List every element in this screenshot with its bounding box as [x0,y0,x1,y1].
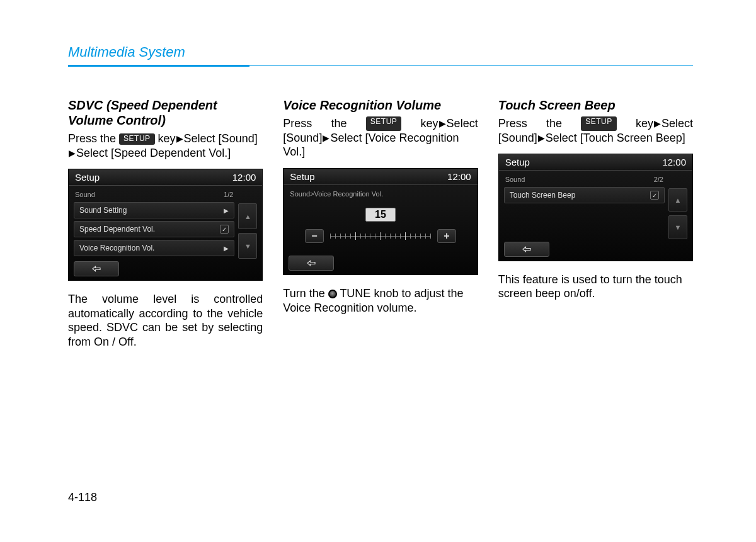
chevron-right-icon: ▶ [224,207,229,214]
col-touch-beep: Touch Screen Beep Press the SETUP key▶Se… [498,98,693,349]
description-sdvc: The volume level is controlled automatic… [68,292,263,349]
volume-value: 15 [365,208,396,222]
text: Press [283,116,312,131]
back-button[interactable] [289,256,334,271]
breadcrumb-text: Sound>Voice Recognition Vol. [290,190,383,198]
header-rule [68,65,693,66]
description-voice: Turn the TUNE knob to adjust the Voice R… [283,286,478,315]
device-title: Setup [290,171,314,182]
breadcrumb-text: Sound [75,191,95,198]
menu-row-voice-recognition[interactable]: Voice Recognition Vol. ▶ [74,240,234,256]
section-header: Multimedia System [68,44,693,60]
tune-knob-icon [328,290,337,298]
device-breadcrumb: Sound 2/2 [504,174,665,187]
back-icon [521,245,532,254]
heading-beep: Touch Screen Beep [498,98,693,113]
volume-slider[interactable] [330,232,431,240]
chevron-right-icon: ▶ [224,245,229,252]
page-number: 4-118 [68,491,97,504]
plus-button[interactable]: + [437,229,456,243]
setup-badge: SETUP [366,116,402,131]
device-breadcrumb: Sound>Voice Recognition Vol. [289,189,472,201]
triangle-icon: ▶ [538,133,545,144]
text: Select [662,117,693,130]
back-button[interactable] [504,242,549,257]
text: Select [447,117,478,130]
text: key [421,117,438,130]
back-icon [91,264,102,273]
checkbox-icon: ✓ [650,191,659,200]
text: Turn the [283,287,328,300]
back-icon [306,259,317,268]
row-label: Speed Dependent Vol. [79,225,155,234]
text: [Sound] [498,132,537,144]
device-breadcrumb: Sound 1/2 [74,189,234,202]
row-label: Voice Recognition Vol. [79,244,154,252]
description-beep: This feature is used to turn the touch s… [498,273,693,301]
triangle-icon: ▶ [323,133,329,144]
text: [Sound] [283,132,322,144]
text: the [331,116,347,131]
device-clock: 12:00 [232,172,256,183]
page-indicator: 1/2 [224,191,233,198]
setup-badge: SETUP [119,133,155,145]
scroll-down-button[interactable]: ▼ [238,233,257,259]
row-label: Sound Setting [79,206,127,215]
text: Press [498,116,527,131]
triangle-icon: ▶ [176,133,183,145]
device-screenshot-beep: Setup 12:00 Sound 2/2 Touch Screen Beep … [498,154,693,261]
menu-row-sound-setting[interactable]: Sound Setting ▶ [74,202,234,218]
columns: SDVC (Speed Dependent Volume Control) Pr… [68,98,693,349]
heading-voice: Voice Recognition Volume [283,98,478,113]
scroll-up-button[interactable]: ▲ [668,188,687,212]
scroll-up-button[interactable]: ▲ [238,203,257,229]
back-button[interactable] [74,261,119,276]
text: Select [Touch Screen Beep] [546,132,685,144]
device-titlebar: Setup 12:00 [284,169,477,185]
breadcrumb-text: Sound [505,176,525,183]
text: the [546,116,562,131]
device-clock: 12:00 [447,171,471,182]
scroll-down-button[interactable]: ▼ [668,215,687,239]
instruction-sdvc: Press the SETUP key▶Select [Sound] ▶Sele… [68,132,263,160]
instruction-voice: Press the SETUP key▶Select [Sound]▶Selec… [283,116,478,159]
text: Select [Speed Dependent Vol.] [76,147,231,159]
device-clock: 12:00 [662,157,686,167]
checkbox-icon: ✓ [220,225,229,234]
device-screenshot-voice: Setup 12:00 Sound>Voice Recognition Vol.… [283,168,478,276]
triangle-icon: ▶ [654,118,661,130]
minus-button[interactable]: − [305,229,324,243]
text: key [636,117,653,130]
heading-sdvc: SDVC (Speed Dependent Volume Control) [68,98,263,128]
device-screenshot-sdvc: Setup 12:00 Sound 1/2 Sound Setting ▶ [68,169,263,281]
text: Press the [68,132,119,145]
device-titlebar: Setup 12:00 [69,169,262,186]
instruction-beep: Press the SETUP key▶Select [Sound]▶Selec… [498,116,693,145]
menu-row-touch-beep[interactable]: Touch Screen Beep ✓ [504,187,665,203]
setup-badge: SETUP [581,116,617,131]
triangle-icon: ▶ [439,118,446,130]
page-indicator: 2/2 [654,176,663,183]
device-title: Setup [75,172,100,183]
device-titlebar: Setup 12:00 [499,154,692,171]
col-voice-recognition: Voice Recognition Volume Press the SETUP… [283,98,478,349]
triangle-icon: ▶ [69,148,76,159]
col-sdvc: SDVC (Speed Dependent Volume Control) Pr… [68,98,263,349]
menu-row-speed-dependent[interactable]: Speed Dependent Vol. ✓ [74,221,234,237]
text: Select [Sound] [184,132,258,145]
device-title: Setup [505,157,530,167]
text: key [158,132,176,145]
row-label: Touch Screen Beep [510,191,576,200]
